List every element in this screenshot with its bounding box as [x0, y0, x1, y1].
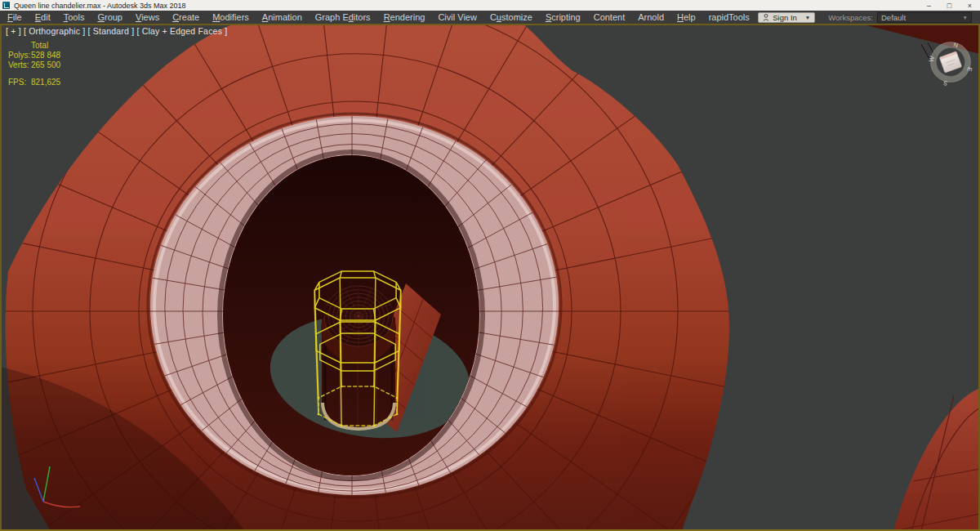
workspaces-dropdown[interactable]: Default ▼: [877, 12, 972, 23]
restore-button[interactable]: □: [939, 0, 960, 11]
menu-bar: FileEditToolsGroupViewsCreateModifiersAn…: [0, 11, 980, 24]
stats-fps-value: 821,625: [31, 78, 60, 87]
window-title: Queen line chandelier.max - Autodesk 3ds…: [14, 2, 186, 10]
menu-item-rendering[interactable]: Rendering: [377, 11, 432, 24]
close-button[interactable]: ×: [960, 0, 980, 11]
stats-verts-label: Verts:: [8, 60, 31, 70]
menu-items: FileEditToolsGroupViewsCreateModifiersAn…: [1, 11, 756, 24]
menu-item-animation[interactable]: Animation: [256, 11, 309, 24]
workspaces: Workspaces: Default ▼: [828, 12, 972, 23]
stats-fps-label: FPS:: [8, 78, 31, 87]
menu-item-views[interactable]: Views: [129, 11, 166, 24]
stats-polys-label: Polys:: [8, 51, 31, 60]
menu-item-rapidtools[interactable]: rapidTools: [702, 11, 756, 24]
stats-total-label: Total: [31, 41, 48, 51]
menu-item-edit[interactable]: Edit: [29, 11, 57, 24]
stats-polys-value: 528 848: [31, 51, 60, 60]
workspaces-caret-icon: ▼: [963, 15, 968, 20]
viewport-statistics: Total Polys: 528 848 Verts: 265 500 FPS:…: [8, 41, 60, 87]
menu-item-customize[interactable]: Customize: [483, 11, 539, 24]
menu-item-file[interactable]: File: [1, 11, 29, 24]
person-icon: [763, 14, 769, 21]
menu-item-create[interactable]: Create: [166, 11, 206, 24]
menu-item-arnold[interactable]: Arnold: [631, 11, 670, 24]
sign-in-label: Sign In: [773, 13, 797, 22]
window-controls: – □ ×: [919, 0, 980, 11]
title-bar: Queen line chandelier.max - Autodesk 3ds…: [0, 0, 980, 11]
viewport-canvas[interactable]: NESW: [0, 24, 980, 531]
viewport[interactable]: NESW [ + ] [ Orthographic ] [ Standard ]…: [0, 24, 980, 531]
menu-item-civil-view[interactable]: Civil View: [431, 11, 483, 24]
menu-item-graph-editors[interactable]: Graph Editors: [309, 11, 377, 24]
stats-verts-value: 265 500: [31, 60, 60, 70]
workspaces-label: Workspaces:: [828, 13, 873, 22]
app-icon: [2, 2, 10, 9]
sign-in-caret-icon: ▼: [805, 15, 810, 20]
viewport-label[interactable]: [ + ] [ Orthographic ] [ Standard ] [ Cl…: [6, 26, 227, 36]
menu-item-scripting[interactable]: Scripting: [539, 11, 587, 24]
menu-item-tools[interactable]: Tools: [57, 11, 91, 24]
menu-item-modifiers[interactable]: Modifiers: [206, 11, 256, 24]
menu-item-help[interactable]: Help: [670, 11, 702, 24]
menu-item-content[interactable]: Content: [587, 11, 632, 24]
menu-item-group[interactable]: Group: [91, 11, 129, 24]
minimize-button[interactable]: –: [919, 0, 939, 11]
sign-in-button[interactable]: Sign In ▼: [758, 12, 815, 23]
workspaces-value: Default: [881, 13, 906, 22]
